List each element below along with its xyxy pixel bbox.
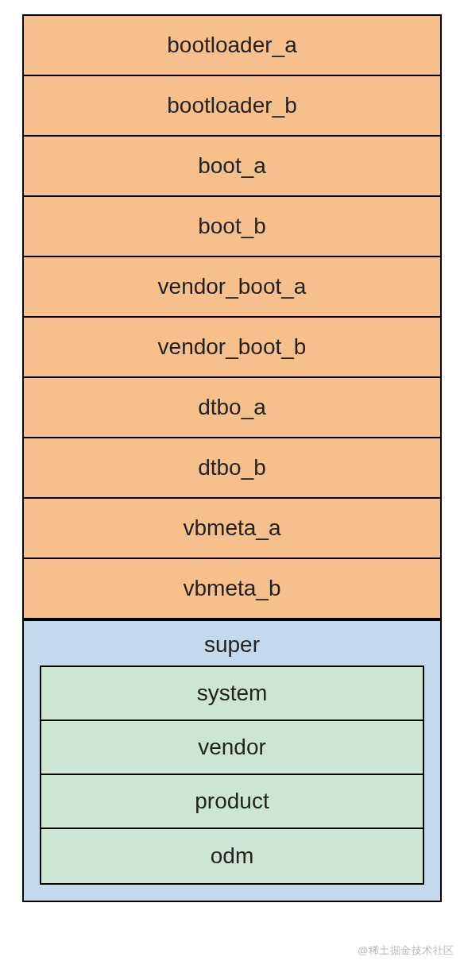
partition-label: vendor_boot_b xyxy=(158,334,307,360)
partition-label: dtbo_a xyxy=(198,395,266,420)
super-title: super xyxy=(40,621,424,666)
partition-row: vbmeta_a xyxy=(24,499,440,559)
partition-diagram: bootloader_a bootloader_b boot_a boot_b … xyxy=(22,14,442,902)
partition-row: bootloader_b xyxy=(24,76,440,137)
super-label: product xyxy=(195,789,269,814)
partition-row: boot_a xyxy=(24,137,440,197)
super-label: odm xyxy=(211,843,253,869)
partition-row: dtbo_a xyxy=(24,378,440,438)
super-inner-container: system vendor product odm xyxy=(40,666,424,885)
partition-row: vendor_boot_b xyxy=(24,318,440,378)
partition-label: dtbo_b xyxy=(198,455,266,480)
partition-row: boot_b xyxy=(24,197,440,257)
partition-row: vendor_boot_a xyxy=(24,257,440,318)
partition-label: boot_a xyxy=(198,153,266,179)
partition-label: boot_b xyxy=(198,214,266,239)
partition-row: dtbo_b xyxy=(24,438,440,499)
partition-label: vendor_boot_a xyxy=(158,274,307,299)
partition-label: vbmeta_a xyxy=(184,515,281,541)
partition-label: vbmeta_b xyxy=(184,576,281,601)
super-label: vendor xyxy=(198,735,266,760)
super-row: odm xyxy=(41,829,423,883)
watermark: @稀土掘金技术社区 xyxy=(358,943,454,958)
super-partition: super system vendor product odm xyxy=(24,619,440,901)
super-row: product xyxy=(41,775,423,829)
super-row: system xyxy=(41,667,423,721)
super-row: vendor xyxy=(41,721,423,775)
partition-label: bootloader_b xyxy=(167,93,296,118)
super-label: system xyxy=(197,681,268,706)
partition-row: bootloader_a xyxy=(24,16,440,76)
partition-label: bootloader_a xyxy=(167,33,296,58)
partition-row: vbmeta_b xyxy=(24,559,440,619)
